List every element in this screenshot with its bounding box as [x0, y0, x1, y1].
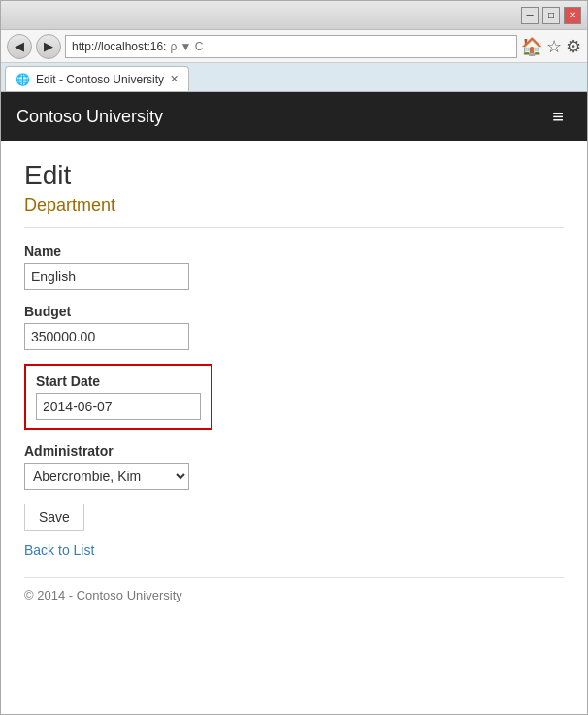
- page-content: Edit Department Name Budget Start Date A…: [1, 141, 587, 714]
- minimize-button[interactable]: ─: [521, 7, 539, 24]
- active-tab[interactable]: 🌐 Edit - Contoso University ✕: [5, 66, 189, 91]
- page-subheading: Department: [24, 195, 564, 228]
- administrator-label: Administrator: [24, 443, 564, 459]
- browser-window: ─ □ ✕ ◀ ▶ http://localhost:16: ρ ▼ C 🏠 ☆…: [0, 0, 588, 715]
- address-icons: ρ ▼ C: [170, 40, 203, 53]
- save-button[interactable]: Save: [24, 504, 84, 531]
- forward-icon: ▶: [44, 39, 53, 53]
- tab-close-button[interactable]: ✕: [170, 73, 179, 85]
- home-icon[interactable]: 🏠: [521, 36, 542, 57]
- budget-input[interactable]: [24, 323, 189, 350]
- title-bar-buttons: ─ □ ✕: [521, 7, 581, 24]
- title-bar: ─ □ ✕: [1, 1, 587, 30]
- back-icon: ◀: [15, 39, 24, 53]
- favorites-icons: 🏠 ☆ ⚙: [521, 36, 581, 57]
- name-field-group: Name: [24, 244, 564, 290]
- back-button[interactable]: ◀: [7, 34, 32, 59]
- app-title: Contoso University: [16, 107, 163, 127]
- budget-field-group: Budget: [24, 304, 564, 350]
- tab-favicon: 🌐: [16, 73, 30, 86]
- back-to-list-link[interactable]: Back to List: [24, 542, 564, 558]
- budget-label: Budget: [24, 304, 564, 319]
- name-label: Name: [24, 244, 564, 259]
- url-text: http://localhost:16:: [72, 40, 166, 53]
- close-button[interactable]: ✕: [564, 7, 581, 24]
- tools-icon[interactable]: ⚙: [566, 36, 581, 57]
- hamburger-menu-button[interactable]: ≡: [544, 102, 572, 132]
- page-heading: Edit: [24, 160, 564, 191]
- tab-bar: 🌐 Edit - Contoso University ✕: [1, 63, 587, 92]
- administrator-select[interactable]: Abercrombie, Kim Fakhouri, Fadi Harui, R…: [24, 463, 189, 490]
- name-input[interactable]: [24, 263, 189, 290]
- forward-button[interactable]: ▶: [36, 34, 61, 59]
- footer: © 2014 - Contoso University: [24, 577, 564, 602]
- maximize-button[interactable]: □: [542, 7, 560, 24]
- start-date-input[interactable]: [36, 393, 201, 420]
- start-date-label: Start Date: [36, 374, 201, 389]
- tab-label: Edit - Contoso University: [36, 73, 164, 86]
- address-input[interactable]: http://localhost:16: ρ ▼ C: [65, 35, 517, 58]
- address-bar: ◀ ▶ http://localhost:16: ρ ▼ C 🏠 ☆ ⚙: [1, 30, 587, 63]
- star-icon[interactable]: ☆: [546, 36, 562, 57]
- start-date-field-group: Start Date: [24, 364, 212, 430]
- administrator-field-group: Administrator Abercrombie, Kim Fakhouri,…: [24, 443, 564, 490]
- app-navbar: Contoso University ≡: [1, 92, 587, 141]
- edit-form: Name Budget Start Date Administrator Abe…: [24, 244, 564, 558]
